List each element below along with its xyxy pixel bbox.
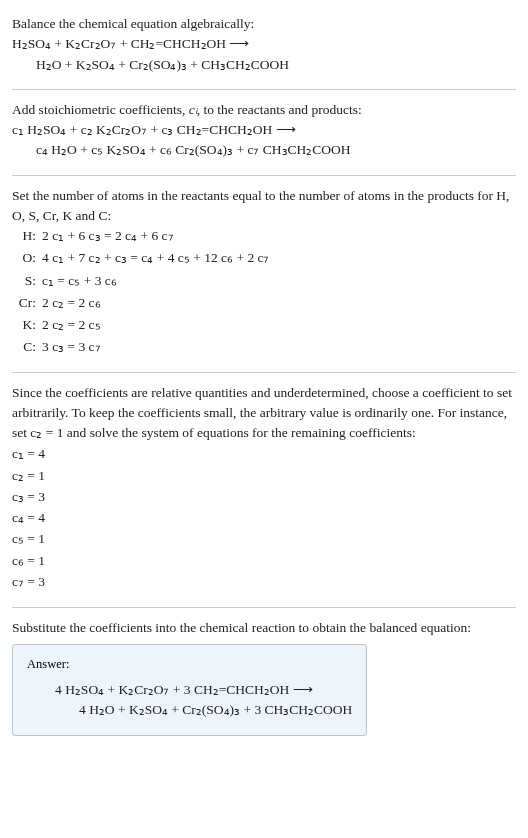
intro-section: Balance the chemical equation algebraica… [12,8,516,85]
step3-text: Since the coefficients are relative quan… [12,383,516,444]
atom-el: Cr: [14,293,42,313]
step1-ci: cᵢ [189,102,197,117]
step2-section: Set the number of atoms in the reactants… [12,180,516,368]
atom-el: K: [14,315,42,335]
step1-text: Add stoichiometric coefficients, cᵢ, to … [12,100,516,120]
coef-item: c₇ = 3 [12,572,516,592]
atom-eq: 2 c₁ + 6 c₃ = 2 c₄ + 6 c₇ [42,226,516,246]
coef-item: c₁ = 4 [12,444,516,464]
step1-eq-line1: c₁ H₂SO₄ + c₂ K₂Cr₂O₇ + c₃ CH₂=CHCH₂OH ⟶ [12,120,516,140]
coef-item: c₅ = 1 [12,529,516,549]
intro-title: Balance the chemical equation algebraica… [12,14,516,34]
intro-eq-line1: H₂SO₄ + K₂Cr₂O₇ + CH₂=CHCH₂OH ⟶ [12,34,516,54]
step1-section: Add stoichiometric coefficients, cᵢ, to … [12,94,516,171]
atom-eq: 2 c₂ = 2 c₅ [42,315,516,335]
answer-eq-line2: 4 H₂O + K₂SO₄ + Cr₂(SO₄)₃ + 3 CH₃CH₂COOH [55,700,352,720]
divider [12,607,516,608]
divider [12,89,516,90]
atom-eq: 2 c₂ = 2 c₆ [42,293,516,313]
step2-text: Set the number of atoms in the reactants… [12,186,516,227]
step1-text-b: , to the reactants and products: [197,102,362,117]
answer-eq-line1: 4 H₂SO₄ + K₂Cr₂O₇ + 3 CH₂=CHCH₂OH ⟶ [55,680,352,700]
step3-section: Since the coefficients are relative quan… [12,377,516,604]
answer-equation: 4 H₂SO₄ + K₂Cr₂O₇ + 3 CH₂=CHCH₂OH ⟶ 4 H₂… [27,680,352,721]
atom-el: S: [14,271,42,291]
atom-eq: c₁ = c₅ + 3 c₆ [42,271,516,291]
atom-eq: 4 c₁ + 7 c₂ + c₃ = c₄ + 4 c₅ + 12 c₆ + 2… [42,248,516,268]
coef-item: c₃ = 3 [12,487,516,507]
step4-text: Substitute the coefficients into the che… [12,618,516,638]
answer-box: Answer: 4 H₂SO₄ + K₂Cr₂O₇ + 3 CH₂=CHCH₂O… [12,644,367,735]
coef-item: c₂ = 1 [12,466,516,486]
answer-label: Answer: [27,655,352,674]
intro-eq-line2: H₂O + K₂SO₄ + Cr₂(SO₄)₃ + CH₃CH₂COOH [12,55,516,75]
atom-el: H: [14,226,42,246]
divider [12,372,516,373]
atom-el: O: [14,248,42,268]
step1-text-a: Add stoichiometric coefficients, [12,102,189,117]
step1-eq-line2: c₄ H₂O + c₅ K₂SO₄ + c₆ Cr₂(SO₄)₃ + c₇ CH… [12,140,516,160]
atom-eq: 3 c₃ = 3 c₇ [42,337,516,357]
atoms-table: H: 2 c₁ + 6 c₃ = 2 c₄ + 6 c₇ O: 4 c₁ + 7… [14,226,516,358]
step4-section: Substitute the coefficients into the che… [12,612,516,746]
divider [12,175,516,176]
coefficients-list: c₁ = 4 c₂ = 1 c₃ = 3 c₄ = 4 c₅ = 1 c₆ = … [12,444,516,592]
coef-item: c₄ = 4 [12,508,516,528]
coef-item: c₆ = 1 [12,551,516,571]
atom-el: C: [14,337,42,357]
